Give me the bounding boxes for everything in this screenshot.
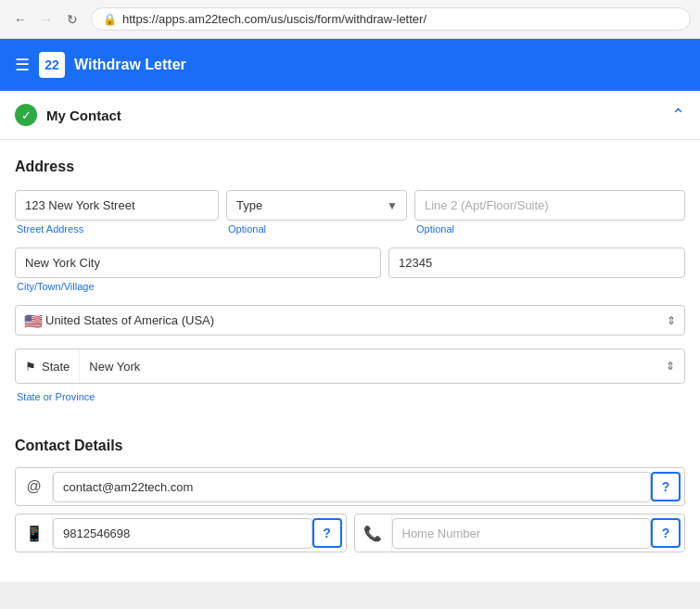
form-area: Address Street Address Type ▼ Optional O… (0, 140, 700, 582)
mobile-icon-wrapper: 📱 (16, 514, 53, 552)
my-contact-title: My Contact (46, 108, 121, 123)
street-address-group: Street Address (15, 190, 219, 235)
check-circle-icon: ✓ (15, 104, 37, 126)
type-select[interactable]: Type (226, 190, 407, 221)
url-text: https://apps.am22tech.com/us/uscis/form/… (122, 12, 426, 26)
check-icon: ✓ (21, 108, 32, 122)
state-flag-icon: ⚑ (25, 360, 36, 374)
type-select-wrapper: Type ▼ (226, 190, 407, 221)
collapse-button[interactable]: ⌃ (671, 105, 685, 125)
menu-icon[interactable]: ☰ (15, 55, 30, 75)
state-select-wrapper: ⚑ State New York ⇕ (15, 349, 685, 384)
country-row: 🇺🇸 United States of America (USA) ⇕ (15, 305, 685, 336)
state-label-text: State (42, 360, 70, 374)
type-optional-label: Optional (226, 223, 407, 235)
app-logo: 22 (39, 52, 65, 78)
country-select[interactable]: United States of America (USA) (15, 305, 685, 336)
back-button[interactable]: ← (9, 8, 32, 31)
state-select[interactable]: New York (80, 349, 684, 383)
address-bar[interactable]: 🔒 https://apps.am22tech.com/us/uscis/for… (91, 7, 691, 31)
home-number-row: 📞 ? (354, 514, 686, 552)
contact-details-section: Contact Details @ ? 📱 ? (15, 438, 685, 552)
line2-input[interactable] (414, 190, 685, 221)
street-address-label: Street Address (15, 223, 219, 235)
email-icon-wrapper: @ (16, 468, 53, 505)
home-number-input[interactable] (392, 518, 652, 549)
lock-icon: 🔒 (103, 13, 117, 26)
refresh-button[interactable]: ↻ (61, 8, 83, 31)
email-at-icon: @ (26, 478, 41, 495)
refresh-icon: ↻ (67, 12, 78, 27)
nav-buttons: ← → ↻ (9, 8, 83, 31)
app-header: ☰ 22 Withdraw Letter (0, 39, 700, 91)
email-input[interactable] (53, 472, 651, 502)
mobile-help-button[interactable]: ? (312, 518, 342, 548)
app-title: Withdraw Letter (74, 57, 186, 73)
zip-group (388, 247, 685, 292)
line2-optional-label: Optional (414, 223, 685, 235)
state-inner-label: ⚑ State (16, 349, 80, 383)
address-type-group: Type ▼ Optional (226, 190, 407, 235)
mobile-row: 📱 ? (15, 514, 347, 552)
street-address-input[interactable] (15, 190, 219, 221)
my-contact-header: ✓ My Contact ⌃ (0, 91, 700, 140)
line2-group: Optional (414, 190, 685, 235)
contact-section-title: Contact Details (15, 438, 685, 454)
city-label: City/Town/Village (15, 281, 381, 292)
zip-input[interactable] (388, 247, 685, 278)
back-icon: ← (14, 12, 27, 27)
city-input[interactable] (15, 247, 381, 278)
forward-icon: → (40, 12, 53, 27)
email-help-button[interactable]: ? (651, 472, 681, 501)
country-select-wrapper: 🇺🇸 United States of America (USA) ⇕ (15, 305, 685, 336)
state-row: ⚑ State New York ⇕ (15, 349, 685, 384)
address-section-title: Address (15, 159, 685, 175)
mobile-input[interactable] (53, 518, 312, 549)
mobile-phone-icon: 📱 (25, 525, 44, 542)
state-province-label: State or Province (15, 391, 95, 402)
landline-icon-wrapper: 📞 (355, 514, 392, 552)
home-help-button[interactable]: ? (651, 518, 681, 548)
browser-chrome: ← → ↻ 🔒 https://apps.am22tech.com/us/usc… (0, 0, 700, 39)
forward-button[interactable]: → (35, 8, 57, 31)
landline-icon: 📞 (363, 525, 382, 542)
my-contact-left: ✓ My Contact (15, 104, 121, 126)
phone-row: 📱 ? 📞 ? (15, 514, 685, 552)
city-zip-row: City/Town/Village (15, 247, 685, 292)
street-row: Street Address Type ▼ Optional Optional (15, 190, 685, 235)
city-group: City/Town/Village (15, 247, 381, 292)
main-content: ✓ My Contact ⌃ Address Street Address Ty… (0, 91, 700, 582)
email-row: @ ? (15, 467, 685, 506)
